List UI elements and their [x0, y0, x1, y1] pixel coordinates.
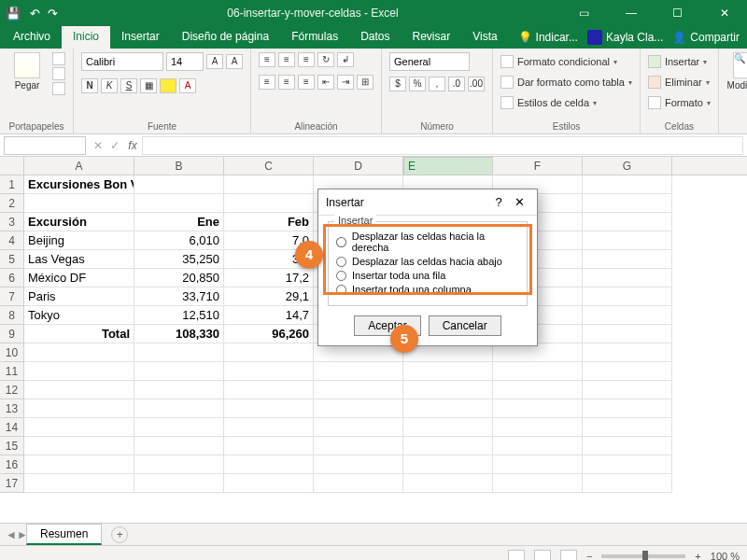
radio-shift-right[interactable]: Desplazar las celdas hacia la derecha: [336, 231, 519, 253]
cell[interactable]: [583, 399, 672, 418]
cell[interactable]: [224, 418, 314, 437]
formula-input[interactable]: [142, 136, 743, 155]
cell[interactable]: Feb: [224, 213, 314, 231]
comma-icon[interactable]: ,: [429, 77, 445, 91]
cell[interactable]: [493, 362, 583, 381]
cell[interactable]: 29,1: [224, 287, 314, 306]
inc-decimal-icon[interactable]: .0: [448, 77, 465, 91]
ribbon-display-icon[interactable]: ▭: [568, 3, 601, 23]
cell[interactable]: [403, 418, 493, 437]
dialog-help-icon[interactable]: ?: [488, 195, 509, 209]
dialog-close-icon[interactable]: ✕: [509, 195, 529, 209]
cell[interactable]: [493, 474, 583, 493]
format-cells-button[interactable]: Formato▾: [648, 93, 711, 112]
row-header-15[interactable]: 15: [0, 437, 24, 455]
cell[interactable]: [224, 399, 314, 418]
tab-data[interactable]: Datos: [349, 26, 401, 49]
cell[interactable]: [224, 362, 314, 381]
cell[interactable]: [314, 418, 403, 437]
zoom-in-icon[interactable]: +: [695, 551, 700, 561]
user-account[interactable]: Kayla Cla...: [587, 30, 663, 45]
borders-icon[interactable]: ▦: [140, 78, 157, 93]
fx-enter-icon[interactable]: ✓: [106, 139, 123, 152]
cell[interactable]: [583, 306, 672, 325]
cell[interactable]: [314, 437, 403, 455]
cell[interactable]: [403, 437, 493, 455]
copy-icon[interactable]: [52, 67, 65, 80]
fill-color-icon[interactable]: [160, 78, 176, 93]
cell[interactable]: [314, 381, 403, 399]
cell[interactable]: [314, 455, 403, 474]
cell[interactable]: [493, 381, 583, 399]
col-header-D[interactable]: D: [314, 157, 403, 175]
cell[interactable]: 14,7: [224, 306, 314, 325]
cell[interactable]: 108,330: [134, 325, 224, 343]
cell[interactable]: [224, 175, 314, 194]
radio-entire-row[interactable]: Insertar toda una fila: [336, 270, 519, 281]
cell[interactable]: [583, 269, 672, 287]
cell[interactable]: 96,260: [224, 325, 314, 343]
align-center-icon[interactable]: ≡: [278, 75, 295, 90]
cell[interactable]: 33,710: [134, 287, 224, 306]
view-pagebreak-icon[interactable]: [560, 550, 577, 561]
cell[interactable]: [493, 455, 583, 474]
zoom-slider[interactable]: [601, 554, 685, 558]
cell[interactable]: 20,850: [134, 269, 224, 287]
cell[interactable]: Total: [24, 325, 134, 343]
radio-entire-column[interactable]: Insertar toda una columna: [336, 284, 519, 295]
cell[interactable]: [583, 418, 672, 437]
view-pagelayout-icon[interactable]: [534, 550, 551, 561]
cell-styles-button[interactable]: Estilos de celda▾: [500, 93, 632, 112]
cell[interactable]: [583, 343, 672, 362]
increase-font-icon[interactable]: A: [206, 54, 223, 69]
radio-shift-down[interactable]: Desplazar las celdas hacia abajo: [336, 256, 519, 267]
view-normal-icon[interactable]: [508, 550, 525, 561]
cell[interactable]: [403, 455, 493, 474]
currency-icon[interactable]: $: [389, 77, 406, 91]
row-header-2[interactable]: 2: [0, 194, 24, 213]
cell[interactable]: [24, 455, 134, 474]
cell[interactable]: [24, 399, 134, 418]
cell[interactable]: [583, 325, 672, 343]
maximize-icon[interactable]: ☐: [661, 3, 695, 23]
cell[interactable]: México DF: [24, 269, 134, 287]
cut-icon[interactable]: [52, 52, 65, 65]
cell[interactable]: [493, 399, 583, 418]
cell[interactable]: [583, 362, 672, 381]
cell[interactable]: 35,250: [134, 250, 224, 269]
tab-formulas[interactable]: Fórmulas: [280, 26, 349, 49]
cell[interactable]: Las Vegas: [24, 250, 134, 269]
save-icon[interactable]: 💾: [6, 7, 21, 21]
zoom-out-icon[interactable]: −: [586, 551, 592, 561]
tell-me[interactable]: 💡Indicar...: [518, 31, 578, 44]
cell[interactable]: [314, 362, 403, 381]
number-format-select[interactable]: General: [389, 52, 470, 71]
cell[interactable]: [493, 343, 583, 362]
row-header-7[interactable]: 7: [0, 287, 24, 306]
cell[interactable]: [403, 343, 493, 362]
cell[interactable]: Tokyo: [24, 306, 134, 325]
paste-button[interactable]: Pegar: [7, 52, 47, 91]
cell[interactable]: [24, 362, 134, 381]
row-header-14[interactable]: 14: [0, 418, 24, 437]
row-header-17[interactable]: 17: [0, 474, 24, 493]
col-header-C[interactable]: C: [224, 157, 314, 175]
cell[interactable]: [403, 399, 493, 418]
col-header-E[interactable]: E: [403, 157, 493, 175]
cell[interactable]: [224, 194, 314, 213]
cell[interactable]: [24, 194, 134, 213]
cell[interactable]: [493, 437, 583, 455]
col-header-A[interactable]: A: [24, 157, 134, 175]
row-header-16[interactable]: 16: [0, 455, 24, 474]
insert-cells-button[interactable]: Insertar▾: [648, 52, 711, 71]
fx-cancel-icon[interactable]: ✕: [90, 139, 106, 152]
row-header-5[interactable]: 5: [0, 250, 24, 269]
cell[interactable]: [134, 418, 224, 437]
col-header-G[interactable]: G: [583, 157, 672, 175]
align-top-icon[interactable]: ≡: [259, 52, 275, 67]
cell[interactable]: [134, 343, 224, 362]
align-bot-icon[interactable]: ≡: [298, 52, 315, 67]
row-header-10[interactable]: 10: [0, 343, 24, 362]
font-name-select[interactable]: Calibri: [81, 52, 163, 71]
cell[interactable]: [134, 474, 224, 493]
